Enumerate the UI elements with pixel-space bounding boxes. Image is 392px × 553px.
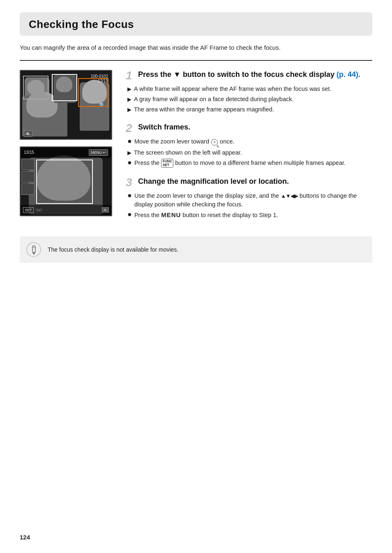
bullet-dot-icon-4: ●: [127, 210, 132, 219]
step-3-bullet-2: ● Press the MENU button to reset the dis…: [127, 211, 372, 219]
step-2-title: Switch frames.: [138, 123, 190, 132]
step-1-arrow-icon: ▼: [173, 70, 181, 79]
step-1-title: Press the ▼ button to switch to the focu…: [138, 70, 360, 79]
content-area: 100-0102 13/15 🔍 4L 13/15: [20, 70, 372, 229]
bullet-arrow-icon-2: ▶: [127, 96, 131, 103]
step-2-section: 2 Switch frames. ● Move the zoom lever t…: [126, 123, 372, 168]
step-1-section: 1 Press the ▼ button to switch to the fo…: [126, 70, 372, 114]
step-1-title-prefix: Press the: [138, 70, 173, 79]
svg-rect-1: [32, 246, 35, 252]
page-title: Checking the Focus: [29, 18, 134, 30]
step-1-bullet-2-text: A gray frame will appear on a face detec…: [134, 95, 294, 103]
step-2-bullet-2: ▶ The screen shown on the left will appe…: [127, 148, 372, 157]
cam2-top-bar: 13/15 MENU ↩: [21, 147, 111, 158]
step-2-bullet-1-text: Move the zoom lever toward once.: [134, 137, 235, 146]
svg-marker-2: [32, 252, 35, 255]
menu-bold-icon: MENU: [161, 211, 181, 218]
step-3-bullet-1: ● Use the zoom lever to change the displ…: [127, 192, 372, 208]
page-number: 124: [20, 534, 30, 541]
section-divider: [20, 60, 372, 61]
step-2-header: 2 Switch frames.: [126, 123, 372, 134]
step-1-header: 1 Press the ▼ button to switch to the fo…: [126, 70, 372, 81]
step-3-bullets: ● Use the zoom lever to change the displ…: [126, 192, 372, 219]
func-icon: FUNCSET: [161, 159, 173, 168]
step-1-title-link[interactable]: (p. 44).: [337, 70, 360, 79]
step-1-bullet-1-text: A white frame will appear where the AF f…: [134, 85, 331, 93]
note-box: The focus check display is not available…: [20, 236, 372, 263]
camera-screenshot-1: 100-0102 13/15 🔍 4L: [20, 70, 112, 140]
note-text: The focus check display is not available…: [48, 246, 178, 253]
left-column: 100-0102 13/15 🔍 4L 13/15: [20, 70, 114, 229]
step-1-bullet-1: ▶ A white frame will appear where the AF…: [127, 85, 372, 93]
gray-frame-1: [23, 76, 48, 99]
thumb-2: [21, 171, 35, 183]
title-box: Checking the Focus: [20, 12, 372, 36]
step-3-bullet-2-text: Press the MENU button to reset the displ…: [134, 211, 278, 219]
cam1-info: 100-0102 13/15: [91, 74, 108, 83]
camera-screenshot-2: 13/15 MENU ↩ SET □-□ 4L: [20, 146, 112, 216]
bullet-dot-icon-3: ●: [127, 191, 132, 200]
step-2-number: 2: [126, 123, 136, 134]
cam2-icons: □-□: [36, 208, 42, 212]
intro-text: You can magnify the area of a recorded i…: [20, 43, 372, 53]
note-icon: [26, 242, 41, 257]
bullet-arrow-icon-1: ▶: [127, 86, 131, 93]
step-3-number: 3: [126, 177, 136, 188]
cam2-set-label: SET: [23, 207, 34, 213]
step-3-section: 3 Change the magnification level or loca…: [126, 177, 372, 219]
bullet-dot-icon-1: ●: [127, 137, 132, 146]
step-1-bullet-3: ▶ The area within the orange frame appea…: [127, 105, 372, 113]
right-column: 1 Press the ▼ button to switch to the fo…: [126, 70, 372, 229]
step-1-title-mid: button to switch to the focus check disp…: [181, 70, 337, 79]
cam2-white-frame: [36, 160, 93, 204]
pencil-icon: [26, 242, 41, 257]
cam1-zoom-icon: 🔍: [99, 102, 106, 108]
cam1-bottom-icon: 4L: [24, 131, 32, 136]
step-3-bullet-1-text: Use the zoom lever to change the display…: [134, 192, 372, 208]
white-af-frame: [52, 74, 77, 101]
zoom-icon-1: [211, 139, 218, 146]
step-1-bullets: ▶ A white frame will appear where the AF…: [126, 85, 372, 114]
step-1-bullet-3-text: The area within the orange frame appears…: [134, 105, 274, 113]
bullet-arrow-icon-4: ▶: [127, 149, 131, 157]
cam2-bottom-bar: SET □-□ 4L: [21, 205, 111, 215]
bullet-arrow-icon-3: ▶: [127, 106, 131, 113]
step-1-number: 1: [126, 70, 136, 81]
thumb-3: [21, 183, 35, 195]
thumb-1: [21, 159, 35, 170]
step-2-bullet-2-text: The screen shown on the left will appear…: [134, 148, 242, 157]
cam2-4l: 4L: [102, 207, 109, 213]
step-2-bullets: ● Move the zoom lever toward once. ▶ The…: [126, 137, 372, 168]
page-container: Checking the Focus You can magnify the a…: [0, 0, 392, 553]
cam2-menu-label: MENU ↩: [89, 149, 108, 156]
arrows-icon: ▲▼◀▶: [281, 192, 298, 200]
step-1-bullet-2: ▶ A gray frame will appear on a face det…: [127, 95, 372, 103]
step-2-bullet-3: ● Press the FUNCSET button to move to a …: [127, 159, 372, 168]
step-3-title: Change the magnification level or locati…: [138, 177, 289, 186]
bullet-dot-icon-2: ●: [127, 158, 132, 167]
step-3-header: 3 Change the magnification level or loca…: [126, 177, 372, 188]
step-2-bullet-3-text: Press the FUNCSET button to move to a di…: [134, 159, 346, 168]
step-2-bullet-1: ● Move the zoom lever toward once.: [127, 137, 372, 146]
